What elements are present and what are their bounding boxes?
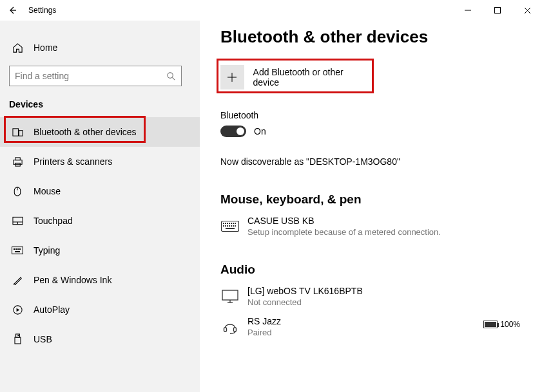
sidebar-item-label: USB: [34, 334, 52, 344]
headset-icon: [220, 317, 240, 337]
svg-rect-31: [225, 223, 226, 224]
svg-rect-30: [223, 223, 224, 224]
sidebar-item-autoplay[interactable]: AutoPlay: [0, 295, 200, 324]
svg-rect-21: [15, 251, 20, 252]
keyboard-icon: [12, 245, 23, 256]
mouse-keyboard-heading: Mouse, keyboard, & pen: [220, 192, 529, 207]
discoverable-text: Now discoverable as "DESKTOP-1M3OG80": [220, 156, 529, 167]
svg-rect-1: [495, 8, 501, 14]
battery-icon: [483, 321, 498, 328]
bluetooth-section-label: Bluetooth: [220, 110, 529, 120]
sidebar-item-printers[interactable]: Printers & scanners: [0, 147, 200, 176]
autoplay-icon: [12, 304, 23, 315]
devices-icon: [12, 126, 23, 138]
svg-rect-25: [17, 335, 17, 337]
sidebar-item-typing[interactable]: Typing: [0, 236, 200, 265]
keyboard-icon: [220, 217, 240, 236]
toggle-state-label: On: [254, 126, 266, 136]
sidebar-item-label: AutoPlay: [34, 304, 70, 315]
device-status: Paired: [247, 328, 281, 337]
nav-home[interactable]: Home: [0, 35, 200, 61]
svg-rect-43: [235, 225, 236, 227]
sidebar-item-label: Mouse: [34, 186, 61, 196]
home-icon: [12, 42, 23, 53]
svg-rect-16: [12, 247, 23, 254]
device-status: Not connected: [247, 297, 363, 307]
device-tv[interactable]: [LG] webOS TV LK616BPTB Not connected: [220, 286, 529, 307]
svg-rect-7: [19, 130, 23, 136]
sidebar-item-label: Touchpad: [34, 216, 73, 226]
touchpad-icon: [12, 215, 23, 227]
svg-rect-44: [226, 228, 235, 229]
device-status: Setup incomplete because of a metered co…: [247, 227, 441, 237]
page-title: Bluetooth & other devices: [220, 27, 529, 47]
minimize-button[interactable]: [453, 0, 483, 21]
sidebar-section-label: Devices: [0, 94, 200, 117]
svg-rect-38: [225, 225, 226, 227]
svg-rect-41: [231, 225, 232, 227]
svg-rect-39: [227, 225, 228, 227]
bluetooth-toggle[interactable]: [220, 126, 246, 137]
svg-rect-32: [227, 223, 228, 224]
svg-rect-23: [15, 334, 19, 337]
sidebar-item-label: Printers & scanners: [34, 156, 112, 167]
main-content: Bluetooth & other devices Add Bluetooth …: [200, 21, 542, 392]
sidebar-item-label: Typing: [34, 245, 60, 256]
sidebar-item-touchpad[interactable]: Touchpad: [0, 206, 200, 236]
sidebar-item-mouse[interactable]: Mouse: [0, 176, 200, 206]
device-headset[interactable]: RS Jazz Paired 100%: [220, 316, 529, 337]
search-field[interactable]: [15, 71, 166, 81]
svg-rect-9: [15, 157, 20, 160]
sidebar-item-pen[interactable]: Pen & Windows Ink: [0, 265, 200, 295]
device-name: [LG] webOS TV LK616BPTB: [247, 286, 363, 296]
svg-rect-6: [12, 128, 18, 135]
usb-icon: [12, 333, 23, 345]
svg-line-5: [172, 77, 175, 80]
audio-heading: Audio: [220, 263, 529, 277]
close-button[interactable]: [512, 0, 542, 21]
app-title: Settings: [28, 6, 56, 15]
device-name: CASUE USB KB: [247, 216, 441, 226]
device-name: RS Jazz: [247, 316, 281, 326]
monitor-icon: [220, 287, 240, 306]
add-device-button[interactable]: Add Bluetooth or other device: [220, 65, 367, 89]
sidebar-item-usb[interactable]: USB: [0, 324, 200, 354]
svg-point-4: [168, 72, 173, 77]
mouse-icon: [12, 185, 23, 197]
battery-percent: 100%: [500, 320, 520, 329]
svg-rect-8: [13, 160, 21, 164]
sidebar: Home Devices Bluetooth & other devices: [0, 21, 200, 392]
svg-rect-42: [233, 225, 234, 227]
plus-icon: [220, 65, 244, 89]
svg-rect-24: [15, 337, 21, 344]
svg-rect-34: [231, 223, 232, 224]
svg-rect-19: [17, 248, 19, 250]
sidebar-item-label: Bluetooth & other devices: [34, 127, 137, 137]
printer-icon: [12, 156, 23, 167]
search-input[interactable]: [9, 66, 182, 86]
battery-indicator: 100%: [483, 320, 520, 329]
maximize-button[interactable]: [483, 0, 512, 21]
svg-rect-33: [229, 223, 230, 224]
svg-rect-26: [18, 335, 19, 337]
svg-rect-37: [223, 225, 224, 227]
svg-rect-35: [233, 223, 234, 224]
sidebar-item-label: Pen & Windows Ink: [34, 275, 111, 285]
sidebar-item-bluetooth[interactable]: Bluetooth & other devices: [0, 117, 200, 147]
add-device-label: Add Bluetooth or other device: [253, 67, 367, 88]
nav-home-label: Home: [34, 42, 57, 53]
svg-rect-40: [229, 225, 230, 227]
back-button[interactable]: [8, 6, 17, 15]
pen-icon: [12, 274, 23, 286]
titlebar: Settings: [0, 0, 542, 21]
svg-rect-45: [222, 290, 238, 300]
svg-rect-20: [19, 248, 21, 250]
svg-rect-36: [235, 223, 236, 224]
device-keyboard[interactable]: CASUE USB KB Setup incomplete because of…: [220, 216, 529, 237]
svg-rect-17: [14, 248, 15, 250]
svg-rect-18: [15, 248, 17, 250]
search-icon: [166, 71, 176, 81]
